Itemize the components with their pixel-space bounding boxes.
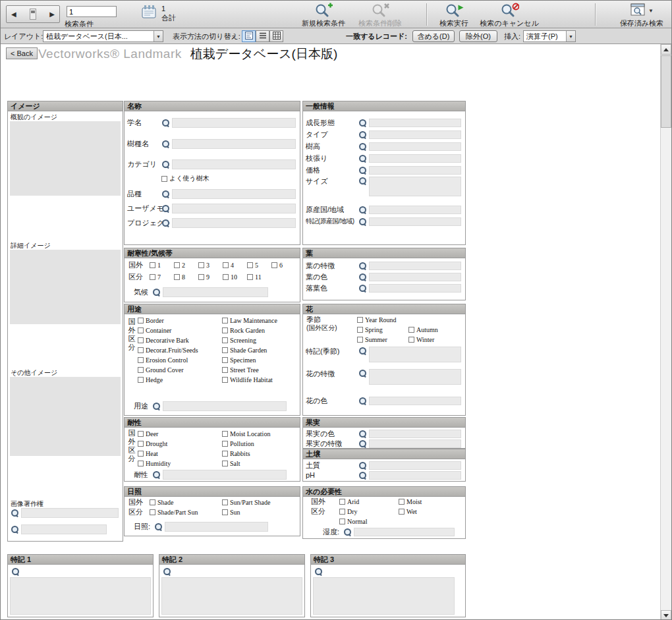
checkbox-zone-6[interactable]: 6 bbox=[271, 261, 283, 269]
checkbox[interactable] bbox=[150, 499, 155, 505]
checkbox-moist-location[interactable]: Moist Location bbox=[222, 430, 270, 437]
checkbox[interactable] bbox=[198, 262, 204, 268]
checkbox-deer[interactable]: Deer bbox=[138, 430, 158, 437]
chevron-down-icon[interactable]: ▼ bbox=[154, 31, 163, 42]
size-field[interactable] bbox=[369, 177, 461, 196]
checkbox-zone-8[interactable]: 8 bbox=[174, 273, 185, 281]
checkbox-zone-10[interactable]: 10 bbox=[223, 273, 237, 281]
sunlight-field[interactable] bbox=[165, 522, 268, 532]
chevron-down-icon[interactable]: ▼ bbox=[566, 31, 575, 42]
checkbox-zone-3[interactable]: 3 bbox=[198, 261, 210, 269]
saved-search-dropdown-icon[interactable]: ▼ bbox=[648, 8, 654, 14]
checkbox-autumn[interactable]: Autumn bbox=[408, 325, 438, 333]
checkbox[interactable] bbox=[339, 499, 345, 505]
checkbox-salt[interactable]: Salt bbox=[222, 459, 240, 467]
exclude-button[interactable]: 除外(O) bbox=[459, 30, 497, 42]
checkbox[interactable] bbox=[222, 367, 228, 373]
checkbox-zone-1[interactable]: 1 bbox=[150, 261, 161, 269]
checkbox-heat[interactable]: Heat bbox=[138, 449, 158, 457]
checkbox[interactable] bbox=[222, 357, 228, 363]
checkbox-sun[interactable]: Sun bbox=[222, 508, 240, 516]
checkbox[interactable] bbox=[138, 347, 144, 353]
checkbox-ground-cover[interactable]: Ground Cover bbox=[138, 366, 184, 374]
checkbox[interactable] bbox=[150, 262, 155, 268]
checkbox-dry[interactable]: Dry bbox=[339, 507, 358, 515]
checkbox-zone-5[interactable]: 5 bbox=[247, 261, 258, 269]
checkbox-decorative-fruit-seeds[interactable]: Decorat.Fruit/Seeds bbox=[138, 346, 198, 354]
delete-search-button[interactable]: 検索条件削除 bbox=[349, 3, 412, 27]
view-table-button[interactable] bbox=[269, 30, 283, 42]
layout-dropdown[interactable]: 植栽データベース(日本... ▼ bbox=[43, 30, 163, 42]
checkbox[interactable] bbox=[138, 377, 144, 383]
copyright-search-field-2[interactable] bbox=[21, 524, 107, 534]
prev-record-icon[interactable]: ◀ bbox=[11, 11, 16, 18]
checkbox-arid[interactable]: Arid bbox=[339, 497, 359, 505]
checkbox-container[interactable]: Container bbox=[138, 326, 171, 334]
tree-height-field[interactable] bbox=[369, 142, 461, 151]
checkbox[interactable] bbox=[138, 357, 144, 363]
checkbox[interactable] bbox=[247, 262, 253, 268]
checkbox-zone-7[interactable]: 7 bbox=[150, 273, 161, 281]
checkbox[interactable] bbox=[222, 431, 228, 437]
tolerance-field[interactable] bbox=[163, 470, 287, 480]
checkbox[interactable] bbox=[138, 431, 144, 437]
next-record-icon[interactable]: ▶ bbox=[49, 11, 55, 18]
checkbox[interactable] bbox=[222, 509, 228, 515]
record-slider-thumb[interactable] bbox=[31, 11, 35, 13]
checkbox-shade-part-sun[interactable]: Shade/Part Sun bbox=[150, 508, 198, 516]
detail-image-placeholder[interactable] bbox=[10, 250, 121, 324]
record-slider[interactable] bbox=[30, 9, 36, 20]
category-field[interactable] bbox=[172, 159, 296, 169]
checkbox[interactable] bbox=[138, 337, 144, 343]
checkbox[interactable] bbox=[198, 274, 204, 280]
checkbox-humidity[interactable]: Humidity bbox=[138, 459, 171, 467]
checkbox[interactable] bbox=[408, 327, 414, 333]
note1-field[interactable] bbox=[10, 577, 151, 615]
checkbox[interactable] bbox=[138, 318, 144, 324]
checkbox-decorative-bark[interactable]: Decorative Bark bbox=[138, 336, 189, 344]
origin-field[interactable] bbox=[369, 206, 461, 214]
project-field[interactable] bbox=[172, 218, 296, 228]
checkbox[interactable] bbox=[150, 274, 155, 280]
fruit-color-field[interactable] bbox=[369, 430, 461, 438]
scrollbar-thumb[interactable] bbox=[661, 55, 671, 128]
checkbox-border[interactable]: Border bbox=[138, 316, 164, 324]
user-memo-field[interactable] bbox=[172, 204, 296, 213]
new-search-button[interactable]: 新規検索条件 bbox=[292, 3, 355, 27]
fall-color-field[interactable] bbox=[369, 284, 461, 293]
checkbox[interactable] bbox=[138, 367, 144, 373]
checkbox-rabbits[interactable]: Rabbits bbox=[222, 449, 250, 457]
checkbox[interactable] bbox=[161, 176, 167, 182]
checkbox-pollution[interactable]: Pollution bbox=[222, 439, 254, 447]
checkbox[interactable] bbox=[339, 509, 345, 515]
scientific-name-field[interactable] bbox=[172, 118, 296, 128]
checkbox[interactable] bbox=[222, 377, 228, 383]
checkbox-wet[interactable]: Wet bbox=[399, 507, 417, 515]
checkbox-sun-part-shade[interactable]: Sun/Part Shade bbox=[222, 498, 270, 506]
checkbox[interactable] bbox=[339, 519, 345, 524]
checkbox-wildlife-habitat[interactable]: Wildlife Habitat bbox=[222, 376, 273, 383]
checkbox-lawn-maintenance[interactable]: Law Maintenance bbox=[222, 316, 277, 324]
insert-operator-dropdown[interactable]: 演算子(P) ▼ bbox=[523, 30, 576, 42]
checkbox-normal[interactable]: Normal bbox=[339, 517, 368, 525]
checkbox[interactable] bbox=[223, 262, 229, 268]
checkbox-zone-2[interactable]: 2 bbox=[174, 261, 185, 269]
humidity-field[interactable] bbox=[354, 528, 455, 536]
checkbox[interactable] bbox=[222, 327, 228, 333]
checkbox[interactable] bbox=[174, 262, 180, 268]
checkbox-screening[interactable]: Screening bbox=[222, 336, 256, 344]
checkbox-favorite-tree[interactable]: よく使う樹木 bbox=[161, 175, 210, 183]
ph-field[interactable] bbox=[369, 471, 461, 480]
run-search-button[interactable]: 検索実行 bbox=[428, 3, 480, 27]
checkbox[interactable] bbox=[222, 441, 228, 447]
season-note-field[interactable] bbox=[369, 347, 461, 362]
checkbox[interactable] bbox=[408, 337, 414, 343]
checkbox[interactable] bbox=[357, 317, 363, 323]
variety-field[interactable] bbox=[172, 189, 296, 199]
other-image-placeholder[interactable] bbox=[10, 377, 121, 456]
note2-field[interactable] bbox=[161, 577, 302, 615]
overview-image-placeholder[interactable] bbox=[10, 121, 121, 196]
checkbox-drought[interactable]: Drought bbox=[138, 439, 167, 447]
checkbox-winter[interactable]: Winter bbox=[408, 335, 434, 343]
checkbox[interactable] bbox=[222, 499, 228, 505]
